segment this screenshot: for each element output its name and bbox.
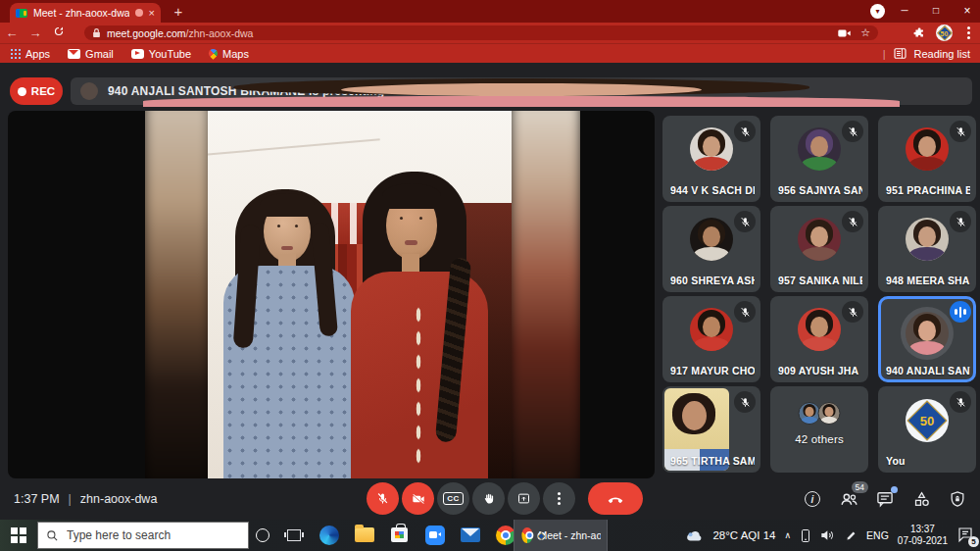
participant-tile[interactable]: 909 AYUSH JHA	[770, 296, 868, 382]
window-close-button[interactable]: ×	[953, 0, 980, 23]
url-bar[interactable]: meet.google.com/zhn-aoox-dwa ☆	[84, 25, 878, 40]
self-tile[interactable]: 50 You	[878, 386, 976, 473]
participant-tile[interactable]: 944 V K SACH DIV...	[662, 116, 760, 202]
taskbar-clock[interactable]: 13:37 07-09-2021	[898, 524, 948, 547]
youtube-icon	[131, 49, 144, 59]
profile-avatar[interactable]: 50	[936, 25, 953, 41]
active-task-chrome-meet[interactable]: Meet - zhn-aoox-d...	[514, 520, 608, 551]
search-input[interactable]	[67, 528, 223, 542]
browser-menu-icon[interactable]	[967, 31, 970, 34]
taskbar-search[interactable]	[37, 522, 249, 549]
window-minimize-button[interactable]: ─	[890, 0, 919, 23]
more-options-button[interactable]	[543, 482, 575, 515]
mic-muted-icon	[734, 391, 756, 413]
host-controls-button[interactable]	[947, 488, 968, 510]
taskbar-zoom[interactable]	[423, 524, 446, 546]
new-tab-button[interactable]: +	[169, 2, 188, 22]
tab-close-icon[interactable]: ×	[149, 8, 155, 19]
active-task-label: Meet - zhn-aoox-d...	[539, 529, 601, 541]
participant-tile[interactable]: 948 MEERA SHAIL...	[878, 206, 976, 292]
volume-icon[interactable]	[820, 528, 836, 542]
cortana-button[interactable]	[256, 528, 270, 542]
your-phone-icon[interactable]	[800, 528, 811, 543]
taskbar-edge[interactable]	[318, 524, 340, 546]
window-maximize-button[interactable]: □	[921, 0, 951, 23]
participant-tile[interactable]: 960 SHREYA ASH...	[662, 206, 760, 292]
chrome-icon	[521, 527, 532, 543]
bookmark-youtube[interactable]: YouTube	[131, 48, 191, 60]
language-indicator[interactable]: ENG	[866, 529, 889, 541]
bookmark-star-icon[interactable]: ☆	[860, 26, 870, 39]
apps-grid-icon	[10, 48, 21, 59]
avatar	[690, 218, 733, 261]
taskbar-file-explorer[interactable]	[353, 524, 375, 546]
video-scene	[208, 111, 512, 478]
speaking-audio-icon	[950, 301, 971, 323]
show-everyone-button[interactable]: 54	[838, 488, 859, 510]
mic-off-button[interactable]	[367, 482, 399, 515]
bookmark-gmail[interactable]: Gmail	[68, 48, 114, 60]
mic-muted-icon	[842, 121, 863, 142]
profile-logo-50: 50	[941, 29, 949, 36]
participant-tile-video[interactable]: 965 TIRTHA SAM...	[662, 386, 760, 473]
raise-hand-button[interactable]	[472, 482, 505, 515]
activities-button[interactable]	[910, 488, 932, 510]
taskbar-mail[interactable]	[459, 524, 481, 546]
browser-titlebar: Meet - zhn-aoox-dwa × + ▾ ─ □ ×	[0, 0, 980, 23]
camera-in-use-icon[interactable]	[838, 28, 851, 38]
extensions-puzzle-icon[interactable]	[911, 26, 925, 40]
avatar	[906, 312, 949, 355]
participant-tile[interactable]: 917 MAYUR CHOU...	[662, 296, 760, 382]
mic-muted-icon	[950, 121, 971, 142]
overflow-participants-tile[interactable]: 42 others	[770, 386, 868, 473]
present-screen-button[interactable]	[508, 482, 540, 515]
meet-favicon-icon	[16, 9, 27, 18]
start-button[interactable]	[0, 520, 37, 551]
clock-date: 07-09-2021	[898, 535, 948, 546]
camera-off-button[interactable]	[402, 482, 434, 515]
end-call-icon	[607, 490, 624, 508]
chat-notification-dot	[891, 486, 898, 493]
url-path: /zhn-aoox-dwa	[186, 27, 254, 39]
participant-name: 960 SHREYA ASH...	[670, 275, 755, 286]
meeting-details-button[interactable]: i	[802, 488, 823, 510]
tab-recording-indicator-icon	[135, 9, 143, 17]
tray-expand-chevron[interactable]: ∧	[784, 530, 791, 540]
participant-tile[interactable]: 951 PRACHINA BH...	[878, 116, 976, 202]
action-center-button[interactable]: 5	[956, 526, 976, 545]
participant-tile-active-speaker[interactable]: 940 ANJALI SANT...	[878, 296, 976, 382]
chat-button[interactable]	[874, 488, 896, 510]
weather-cloud-icon[interactable]	[685, 528, 704, 542]
weather-text[interactable]: 28°C AQI 14	[712, 529, 775, 541]
bookmarks-divider: |	[883, 48, 886, 60]
file-explorer-icon	[355, 527, 374, 542]
windows-ink-pen-icon[interactable]	[845, 529, 858, 542]
meeting-code: zhn-aoox-dwa	[80, 492, 158, 506]
leave-call-button[interactable]	[588, 482, 643, 515]
bookmark-apps[interactable]: Apps	[10, 48, 50, 60]
participant-tile[interactable]: 956 SAJNYA SANJ...	[770, 116, 868, 202]
microsoft-store-icon	[391, 527, 408, 542]
participant-tile[interactable]: 957 SANIKA NILES...	[770, 206, 868, 292]
browser-tab[interactable]: Meet - zhn-aoox-dwa ×	[10, 3, 161, 23]
mic-muted-icon	[734, 121, 756, 142]
bookmark-maps[interactable]: Maps	[209, 48, 249, 60]
present-screen-icon	[516, 491, 531, 506]
taskbar-store[interactable]	[388, 524, 411, 546]
back-button[interactable]: ←	[0, 25, 24, 40]
participants-grid: 944 V K SACH DIV... 956 SAJNYA SANJ... 9…	[662, 116, 976, 473]
reading-list-label[interactable]: Reading list	[914, 48, 970, 60]
task-view-button[interactable]	[287, 529, 301, 541]
windows-taskbar: Meet - zhn-aoox-d... 28°C AQI 14 ∧ ENG 1…	[0, 520, 980, 551]
mic-off-icon	[375, 491, 390, 506]
participant-name: 957 SANIKA NILES...	[778, 275, 862, 286]
captions-button[interactable]: cc	[437, 482, 469, 515]
participant-name: 956 SAJNYA SANJ...	[778, 184, 862, 196]
forward-button[interactable]: →	[24, 25, 47, 40]
shield-lock-icon	[948, 489, 967, 509]
avatar	[906, 127, 949, 171]
edge-icon	[319, 526, 339, 545]
media-controls-button[interactable]: ▾	[870, 4, 885, 19]
browser-toolbar: ← → meet.google.com/zhn-aoox-dwa ☆ 50	[0, 23, 980, 43]
reload-button[interactable]	[47, 25, 71, 40]
